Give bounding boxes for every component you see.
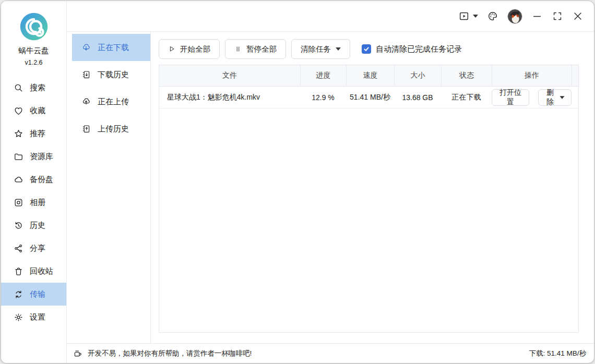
sidebar-item-recommend[interactable]: 推荐	[1, 122, 66, 145]
chevron-down-icon	[560, 96, 565, 99]
sidebar-item-label: 搜索	[30, 83, 45, 93]
subnav-item-label: 上传历史	[98, 124, 129, 134]
video-square-icon	[458, 10, 470, 22]
gear-icon	[14, 312, 23, 322]
sidebar-item-label: 传输	[30, 289, 45, 299]
main-column: 正在下载 下载历史 正在上传 上传历史	[67, 1, 594, 363]
sidebar-item-label: 收藏	[30, 106, 45, 116]
subnav-item-label: 正在下载	[98, 43, 129, 53]
donation-tip: 开发不易，如果对你有所帮助，请赏作者一杯咖啡吧!	[73, 349, 252, 358]
minimize-button[interactable]	[531, 10, 543, 22]
cell-progress: 12.9 %	[300, 93, 346, 102]
app-name: 蜗牛云盘	[1, 46, 66, 56]
sidebar-item-label: 分享	[30, 244, 45, 253]
subnav-item-upload-history[interactable]: 上传历史	[72, 115, 150, 142]
subnav-item-uploading[interactable]: 正在上传	[72, 88, 150, 115]
sidebar-item-favorites[interactable]: 收藏	[1, 99, 66, 122]
chevron-down-icon	[336, 47, 341, 51]
pause-all-label: 暂停全部	[246, 44, 277, 54]
close-button[interactable]	[572, 10, 584, 22]
close-icon	[572, 10, 584, 22]
sidebar-item-label: 资源库	[30, 152, 53, 162]
column-header-progress: 进度	[300, 65, 346, 86]
cloud-icon	[14, 175, 23, 185]
cell-speed: 51.41 MB/秒	[346, 93, 394, 102]
subnav-item-label: 正在上传	[98, 97, 129, 107]
video-mode-button[interactable]	[458, 10, 478, 22]
sidebar-item-label: 设置	[30, 312, 45, 322]
subnav-item-downloading[interactable]: 正在下载	[72, 34, 150, 61]
history-icon	[14, 221, 23, 230]
search-icon	[14, 83, 23, 93]
transfer-subnav: 正在下载 下载历史 正在上传 上传历史	[72, 32, 151, 343]
sidebar-item-albums[interactable]: 相册	[1, 191, 66, 214]
start-all-button[interactable]: 开始全部	[159, 39, 220, 59]
palette-icon	[487, 10, 498, 22]
open-location-button[interactable]: 打开位置	[492, 89, 529, 106]
sidebar-item-backup[interactable]: 备份盘	[1, 168, 66, 191]
start-all-label: 开始全部	[180, 44, 210, 54]
chevron-down-icon	[473, 15, 478, 18]
cloud-download-icon	[81, 43, 91, 52]
star-icon	[14, 129, 23, 139]
user-avatar[interactable]	[507, 9, 522, 24]
heart-icon	[14, 106, 23, 116]
transfer-table: 文件 进度 速度 大小 状态 操作 星球大战1：魅影危机4k.mkv 12.9 …	[159, 65, 579, 333]
trash-icon	[14, 266, 23, 276]
toolbar: 开始全部 暂停全部 清除任务 自动清除已完成任务记录	[159, 39, 579, 59]
share-icon	[14, 244, 23, 253]
clear-tasks-button[interactable]: 清除任务	[291, 39, 350, 59]
sidebar-item-label: 历史	[30, 221, 45, 230]
pause-all-button[interactable]: 暂停全部	[225, 39, 286, 59]
maximize-icon	[552, 10, 563, 22]
minimize-icon	[531, 10, 543, 22]
maximize-button[interactable]	[552, 10, 563, 22]
titlebar	[67, 1, 594, 32]
sidebar-item-recycle-bin[interactable]: 回收站	[1, 260, 66, 283]
column-header-speed: 速度	[346, 65, 394, 86]
cell-size: 13.68 GB	[394, 93, 441, 102]
avatar-image	[508, 9, 522, 23]
clear-tasks-label: 清除任务	[301, 44, 331, 54]
table-header: 文件 进度 速度 大小 状态 操作	[159, 65, 578, 87]
subnav-item-download-history[interactable]: 下载历史	[72, 61, 150, 88]
sidebar-item-share[interactable]: 分享	[1, 237, 66, 260]
sidebar-item-search[interactable]: 搜索	[1, 76, 66, 99]
cell-status: 正在下载	[441, 93, 492, 102]
statusbar: 开发不易，如果对你有所帮助，请赏作者一杯咖啡吧! 下载: 51.41 MB/秒	[67, 343, 594, 363]
theme-button[interactable]	[487, 10, 498, 22]
delete-button[interactable]: 删除	[538, 89, 572, 106]
sidebar-item-label: 备份盘	[30, 175, 53, 185]
download-speed-status: 下载: 51.41 MB/秒	[529, 349, 586, 358]
checkbox-checked-icon	[362, 44, 371, 54]
app-window: 蜗牛云盘 v1.2.6 搜索 收藏 推荐 资源库 备份盘	[1, 1, 594, 363]
snail-logo-icon	[19, 12, 49, 41]
album-icon	[14, 198, 23, 208]
column-header-gutter	[572, 65, 578, 86]
app-version: v1.2.6	[1, 59, 66, 66]
file-upload-icon	[81, 124, 91, 134]
auto-clear-label: 自动清除已完成任务记录	[376, 44, 462, 54]
column-header-action: 操作	[492, 65, 572, 86]
coffee-icon	[73, 349, 82, 358]
play-icon	[168, 45, 175, 53]
delete-label: 删除	[545, 88, 555, 107]
sidebar-item-library[interactable]: 资源库	[1, 145, 66, 168]
body-row: 正在下载 下载历史 正在上传 上传历史	[67, 32, 594, 343]
auto-clear-checkbox[interactable]: 自动清除已完成任务记录	[362, 44, 462, 54]
folder-icon	[14, 152, 23, 162]
sidebar-item-settings[interactable]: 设置	[1, 306, 66, 329]
transfer-icon	[14, 289, 23, 299]
sidebar-item-history[interactable]: 历史	[1, 214, 66, 237]
cell-file-name: 星球大战1：魅影危机4k.mkv	[159, 93, 300, 102]
subnav-item-label: 下载历史	[98, 70, 129, 80]
pause-icon	[234, 45, 242, 53]
file-download-icon	[81, 70, 91, 79]
cell-actions: 打开位置 删除	[492, 89, 572, 106]
sidebar: 蜗牛云盘 v1.2.6 搜索 收藏 推荐 资源库 备份盘	[1, 1, 67, 363]
sidebar-item-transfer[interactable]: 传输	[1, 283, 66, 306]
column-header-status: 状态	[441, 65, 492, 86]
sidebar-nav: 搜索 收藏 推荐 资源库 备份盘 相册	[1, 76, 66, 329]
table-row: 星球大战1：魅影危机4k.mkv 12.9 % 51.41 MB/秒 13.68…	[159, 87, 578, 108]
sidebar-item-label: 回收站	[30, 266, 53, 276]
